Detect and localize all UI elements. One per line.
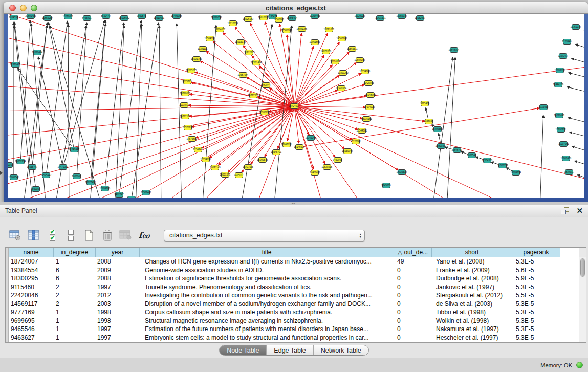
column-header-year[interactable]: year — [96, 248, 140, 257]
table-cell[interactable]: Corpus callosum shape and size in male p… — [140, 308, 394, 317]
table-cell[interactable]: 9463627 — [9, 334, 54, 342]
table-cell[interactable]: 2008 — [96, 257, 140, 266]
table-cell[interactable]: 5.3E-5 — [512, 283, 560, 292]
table-cell[interactable]: 0 — [394, 266, 432, 275]
graph-node[interactable]: 9462744 — [262, 82, 270, 88]
table-cell[interactable]: 1997 — [96, 325, 140, 334]
graph-node[interactable]: 18981386 — [298, 26, 306, 32]
table-cell[interactable]: 1 — [54, 308, 96, 317]
column-header-out_degree[interactable]: △ out_de... — [394, 248, 432, 257]
table-cell[interactable]: Structural magnetic resonance image aver… — [140, 317, 394, 325]
delete-table-button[interactable] — [119, 228, 133, 243]
graph-node[interactable]: 12091073 — [325, 27, 333, 32]
table-cell[interactable]: 9777169 — [9, 308, 54, 317]
graph-node[interactable]: 16754836 — [202, 157, 210, 162]
table-row[interactable]: 1938455462009Genome-wide association stu… — [9, 266, 580, 275]
table-cell[interactable]: 5.6E-5 — [512, 266, 560, 275]
table-row[interactable]: 946554611997Estimation of the future num… — [9, 325, 580, 334]
column-header-pagerank[interactable]: pagerank — [512, 248, 560, 257]
table-cell[interactable]: 1 — [54, 317, 96, 325]
graph-node[interactable]: 18724007 — [290, 103, 298, 109]
table-row[interactable]: 1872400712008Changes of HCN gene express… — [9, 257, 580, 266]
graph-node[interactable]: 12370415 — [11, 62, 19, 68]
graph-node[interactable]: 16901795 — [192, 56, 201, 62]
table-row[interactable]: 946362711997Embryonic stem cells: a mode… — [9, 334, 580, 342]
table-cell[interactable]: 5.3E-5 — [512, 308, 560, 317]
graph-node[interactable]: 16210643 — [555, 113, 563, 118]
float-panel-icon[interactable] — [561, 207, 569, 214]
close-window-button[interactable] — [9, 5, 16, 11]
graph-node[interactable]: 15276021 — [64, 14, 72, 19]
table-cell[interactable]: Genome-wide association studies in ADHD. — [140, 266, 394, 275]
show-columns-button[interactable] — [27, 228, 41, 243]
graph-node[interactable]: 9115460 — [421, 101, 429, 106]
graph-node[interactable]: 12807478 — [562, 156, 570, 161]
graph-node[interactable]: 10631149 — [211, 165, 219, 170]
table-chooser-select[interactable]: citations_edges.txt ▴▾ — [164, 230, 365, 242]
graph-node[interactable]: 16146609 — [295, 144, 303, 150]
table-cell[interactable]: 49 — [394, 257, 432, 266]
table-cell[interactable]: de Silva et al. (2003) — [432, 300, 512, 309]
column-header-in_degree[interactable]: in_degree — [54, 248, 96, 257]
table-cell[interactable]: Estimation of significance thresholds fo… — [140, 274, 394, 283]
graph-node[interactable]: 12578916 — [184, 125, 192, 130]
graph-node[interactable]: 16055747 — [28, 164, 36, 170]
graph-node[interactable]: 12216174 — [236, 39, 245, 45]
graph-node[interactable]: 9254346 — [194, 147, 202, 152]
select-all-button[interactable] — [45, 228, 59, 243]
graph-node[interactable]: 18728693 — [181, 91, 189, 96]
graph-node[interactable]: 16959944 — [343, 148, 352, 154]
table-cell[interactable]: 0 — [394, 317, 432, 325]
table-cell[interactable]: 1997 — [96, 283, 140, 292]
graph-node[interactable]: 12093872 — [556, 68, 564, 73]
graph-node[interactable]: 17974020 — [365, 104, 374, 110]
scrollbar-thumb[interactable] — [580, 258, 585, 277]
graph-node[interactable]: 11097961 — [559, 141, 568, 147]
table-cell[interactable]: 9465546 — [9, 325, 54, 334]
graph-node[interactable]: 9699695 — [425, 119, 433, 124]
table-cell[interactable]: Stergiakouli et al. (2012) — [432, 291, 512, 300]
network-canvas[interactable]: 1872400790545572069140610653287152760216… — [8, 14, 584, 198]
table-cell[interactable]: 18724007 — [9, 257, 54, 266]
table-cell[interactable]: Yano et al. (2008) — [432, 257, 512, 266]
graph-node[interactable]: 15345041 — [307, 135, 315, 141]
graph-node[interactable]: 10839362 — [437, 143, 445, 149]
graph-node[interactable]: 16648794 — [450, 47, 458, 53]
graph-node[interactable]: 11431691 — [376, 15, 384, 21]
table-cell[interactable]: Investigating the contribution of common… — [140, 291, 394, 300]
table-cell[interactable]: 6 — [54, 266, 96, 275]
table-cell[interactable]: 1 — [54, 334, 96, 342]
column-header-name[interactable]: name — [9, 248, 54, 257]
graph-node[interactable]: 8530470 — [102, 14, 110, 19]
graph-node[interactable]: 16754780 — [361, 69, 369, 74]
graph-node[interactable]: 6466401 — [83, 15, 91, 21]
graph-node[interactable]: 17999364 — [337, 85, 345, 91]
graph-node[interactable]: 17847071 — [282, 142, 291, 147]
table-cell[interactable]: 1 — [54, 325, 96, 334]
graph-node[interactable]: 16409553 — [433, 126, 442, 132]
table-row[interactable]: 1830029562008Estimation of significance … — [9, 274, 580, 283]
table-cell[interactable]: Nakamura et al. (1997) — [432, 325, 512, 334]
table-cell[interactable]: 2009 — [96, 266, 140, 275]
graph-node[interactable]: 18300295 — [260, 110, 269, 115]
table-cell[interactable]: Jankovic et al. (1997) — [432, 283, 512, 292]
minimize-window-button[interactable] — [20, 5, 27, 11]
table-cell[interactable]: Disruption of a novel member of a sodium… — [140, 300, 394, 309]
graph-node[interactable]: 11581461 — [142, 190, 150, 195]
graph-node[interactable]: 15646751 — [453, 147, 461, 153]
table-cell[interactable]: 1998 — [96, 317, 140, 325]
graph-node[interactable]: 21247447 — [70, 147, 78, 152]
table-cell[interactable]: 5.3E-5 — [512, 317, 560, 325]
zoom-window-button[interactable] — [31, 5, 37, 11]
table-cell[interactable]: 19384554 — [9, 266, 54, 275]
table-row[interactable]: 2242004622012Investigating the contribut… — [9, 291, 580, 300]
graph-node[interactable]: 12504199 — [356, 57, 364, 63]
graph-node[interactable]: 15751074 — [572, 24, 580, 30]
graph-node[interactable]: 12216059 — [229, 20, 237, 26]
graph-node[interactable]: 11912185 — [245, 50, 253, 55]
table-cell[interactable]: 22420046 — [9, 291, 54, 300]
table-row[interactable]: 911546021997Tourette syndrome. Phenomeno… — [9, 283, 580, 292]
table-cell[interactable]: 1997 — [96, 334, 140, 342]
graph-node[interactable]: 19884607 — [216, 27, 224, 32]
graph-node[interactable]: 16510494 — [33, 50, 41, 55]
